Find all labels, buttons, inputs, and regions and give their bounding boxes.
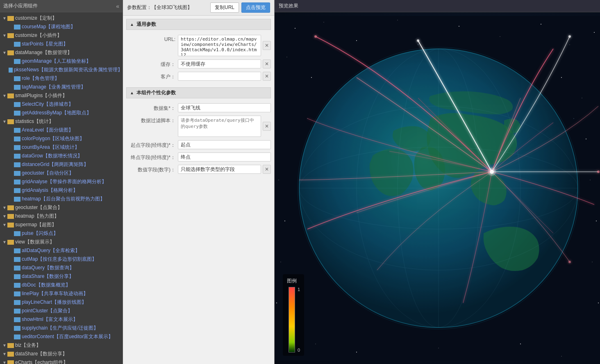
start-field-select[interactable]: 起点 [178,140,271,149]
tree-label-cn-allDataQuery: 【全库检索】 [50,248,80,253]
tree-item-tagManage[interactable]: tagManage【业务属性管理】 [0,83,123,91]
tree-item-dbDoc[interactable]: dbDoc【数据集概览】 [0,281,123,289]
tree-item-supermap-group[interactable]: ▼supermap【超图】 [0,221,123,229]
tree-label-cn-supplychain: 【生产供应链/迁徙图】 [48,325,98,331]
tree-item-allDataQuery[interactable]: allDataQuery【全库检索】 [0,246,123,255]
preview-button[interactable]: 点击预览 [241,2,270,13]
tree-item-gridAnalyse[interactable]: gridAnalyse【带操作界面的格网分析】 [0,177,123,186]
tree-item-dataShare[interactable]: dataShare【数据分享】 [0,272,123,281]
tree-arrow-dataManage-group: ▼ [2,50,7,55]
cache-clear-button[interactable]: ✕ [263,59,271,68]
svg-point-24 [598,303,599,303]
tree-item-getAddressByMap[interactable]: getAddressByMap【地图取点】 [0,109,123,117]
tree-label-name-showHtml: showHtml [22,316,43,322]
cache-select[interactable]: 不使用缓存 [178,59,261,68]
tree-item-playLineChart[interactable]: playLineChart【播放折线图】 [0,298,123,307]
tree-item-customize-group[interactable]: ▼customize【定制】 [0,14,123,23]
cache-row: 缓存： 不使用缓存 ✕ [126,59,271,68]
tree-item-countByArea[interactable]: countByArea【区域统计】 [0,143,123,152]
tree-item-courseMap[interactable]: courseMap【课程地图】 [0,23,123,31]
tree-label-name-heatmap: heatmap [22,196,41,202]
tree-item-customize2-group[interactable]: ▼customize【小插件】 [0,31,123,40]
client-value-wrapper: ✕ [178,72,271,81]
client-label: 客户： [126,72,175,80]
tree-item-dataQuery[interactable]: dataQuery【数据查询】 [0,264,123,272]
tree-item-heatmap[interactable]: heatmap【后台聚合当前视野热力图】 [0,195,123,203]
tree-item-eCharts-group[interactable]: ▼eCharts【echarts组件】 [0,358,123,364]
url-value-wrapper: ✕ [178,35,271,56]
tree-label-name-gridAnalysis: gridAnalysis [22,187,48,193]
file-icon-ueditorContent [14,334,20,339]
tree-item-dataManage-group[interactable]: ▼dataManage【数据管理】 [0,48,123,57]
tree-label-cn-geomManage: 【人工核验坐标】 [52,58,91,64]
tree-item-showHtml[interactable]: showHtml【富文本展示】 [0,315,123,324]
url-clear-button[interactable]: ✕ [263,41,271,50]
tree-item-dataShare2-group[interactable]: ▼dataShare【数据分享】 [0,350,123,358]
url-label: URL: [126,35,175,42]
filter-textarea[interactable] [178,116,261,137]
dataset-label: 数据集*： [126,103,175,112]
file-icon-pointCluster [14,309,20,314]
tree-item-distanceGrid[interactable]: distanceGrid【两两距离矩阵】 [0,160,123,169]
legend-min-label: 0 [298,348,300,353]
tree-item-heatmap2-group[interactable]: ▼heatmap【热力图】 [0,212,123,221]
tree-item-cutMap[interactable]: cutMap【按任意多边形切割底图】 [0,255,123,264]
tree-label-name-supplychain: supplychain [22,325,48,331]
tree-label-cn-courseMap: 【课程地图】 [46,24,75,30]
tree-item-SelectCity[interactable]: SelectCity【选择城市】 [0,100,123,109]
tree-label-cn-AreaLevel: 【面分级图】 [44,127,73,133]
file-icon-supplychain [14,326,20,331]
value-field-select[interactable]: 只能选择数字类型的字段 [178,165,261,174]
tree-item-AreaLevel[interactable]: AreaLevel【面分级图】 [0,126,123,134]
file-icon-dbDoc [14,283,20,288]
file-icon-cutMap [14,257,20,262]
tree-item-linePlay[interactable]: linePlay【共享单车轨迹动画】 [0,289,123,298]
svg-point-28 [520,344,521,344]
copy-url-button[interactable]: 复制URL [210,2,239,13]
tree-item-biz-group[interactable]: ▼biz【业务】 [0,341,123,350]
tree-item-geocluster2-group[interactable]: ▼geocluster【点聚合】 [0,203,123,212]
tree-item-view-group[interactable]: ▼view【数据展示】 [0,238,123,246]
collapse-icon[interactable]: « [116,3,119,9]
tree-item-colorPolygon[interactable]: colorPolygon【区域色块图】 [0,134,123,143]
tree-label-cn-pointCluster: 【点聚合】 [48,308,73,314]
custom-params-section-header[interactable]: ▲ 本组件个性化参数 [126,87,271,98]
tree-item-ueditorContent[interactable]: ueditorContent【百度ueditor富文本展示】 [0,332,123,341]
tree-item-statistics-group[interactable]: ▼statistics【统计】 [0,117,123,126]
common-params-section-header[interactable]: ▲ 通用参数 [126,19,271,30]
tree-item-smallPlugins-group[interactable]: ▼smallPlugins【小插件】 [0,91,123,100]
tree-item-pulse[interactable]: pulse【闪烁点】 [0,229,123,238]
tree-item-supplychain[interactable]: supplychain【生产供应链/迁徙图】 [0,324,123,332]
tree-label-cn-ueditorContent: 【百度ueditor富文本展示】 [54,334,114,339]
tree-item-dataGrow[interactable]: dataGrow【数据增长情况】 [0,152,123,160]
svg-point-46 [597,171,600,173]
client-select[interactable] [178,72,261,81]
start-field-value-wrapper: 起点 [178,140,271,149]
tree-item-geocluster[interactable]: geocluster【自动分区】 [0,169,123,177]
tree-item-geomManage[interactable]: geomManage【人工核验坐标】 [0,57,123,66]
tree-item-starPoints[interactable]: starPoints【星光图】 [0,40,123,48]
folder-icon-smallPlugins-group [7,93,14,98]
cache-value-wrapper: 不使用缓存 ✕ [178,59,271,68]
tree-label-colorPolygon: colorPolygon【区域色块图】 [22,135,84,142]
tree-container[interactable]: ▼customize【定制】courseMap【课程地图】▼customize【… [0,12,123,364]
filter-clear-button[interactable]: ✕ [263,122,271,131]
svg-point-10 [594,32,595,33]
tree-label-cn-cutMap: 【按任意多边形切割底图】 [38,256,97,262]
dataset-select[interactable]: 全球飞线 [178,103,271,112]
tree-item-pointCluster[interactable]: pointCluster【点聚合】 [0,307,123,315]
value-field-clear-button[interactable]: ✕ [263,165,271,174]
tree-item-gridAnalysis[interactable]: gridAnalysis【格网分析】 [0,186,123,195]
svg-point-23 [592,262,593,262]
tree-label-biz-group: biz【业务】 [15,342,41,349]
end-field-select[interactable]: 终点 [178,152,271,162]
svg-point-18 [284,221,285,221]
tree-label-name-geomManage: geomManage [22,58,52,64]
client-clear-button[interactable]: ✕ [263,72,271,81]
folder-icon-customize2-group [7,33,14,38]
tree-label-name-ueditorContent: ueditorContent [22,334,54,339]
url-textarea[interactable] [178,35,261,56]
tree-item-pksseNews[interactable]: pksseNews【能源大数据新闻资讯业务属性管理】 [0,66,123,74]
folder-icon-statistics-group [7,119,14,124]
tree-item-role[interactable]: role【角色管理】 [0,74,123,83]
